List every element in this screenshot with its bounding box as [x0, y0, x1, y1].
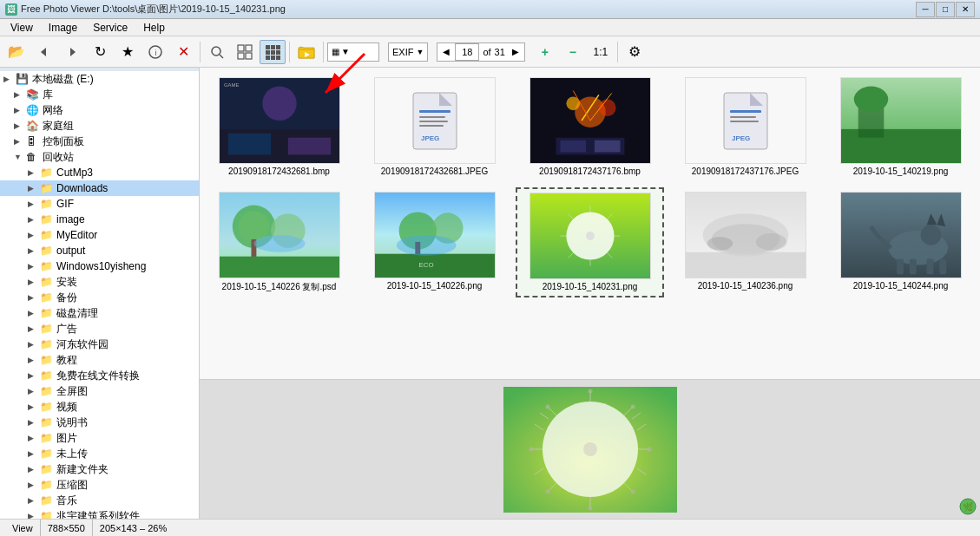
fit-button[interactable]: 1:1: [588, 40, 614, 64]
close-button[interactable]: ✕: [956, 2, 975, 17]
svg-rect-10: [276, 45, 280, 49]
thumbnail-item[interactable]: 2019-10-15_140244.png: [826, 187, 975, 297]
thumbnail-item[interactable]: JPEG 20190918172432681.JPEG: [360, 73, 509, 180]
page-number-input[interactable]: [455, 43, 479, 61]
sidebar-item-backup[interactable]: ▶ 📁 备份: [0, 290, 199, 305]
sidebar-label: 全屏图: [56, 384, 88, 399]
sidebar-item-manual[interactable]: ▶ 📁 说明书: [0, 415, 199, 430]
svg-point-114: [545, 404, 549, 409]
sidebar-item-unsent[interactable]: ▶ 📁 未上传: [0, 446, 199, 461]
sidebar-item-image[interactable]: ▶ 📁 image: [0, 212, 199, 227]
sidebar-item-downloads[interactable]: ▶ 📁 Downloads: [0, 180, 199, 196]
thumbnail-item[interactable]: 2019-10-15_140226 复制.psd: [205, 187, 353, 297]
thumbnail-item[interactable]: 2019-10-15_140219.png: [826, 73, 975, 180]
delete-button[interactable]: ✕: [170, 40, 196, 64]
sidebar-item-fullscreen[interactable]: ▶ 📁 全屏图: [0, 383, 199, 399]
sidebar-item-tutorial[interactable]: ▶ 📁 教程: [0, 352, 199, 368]
separator3: [323, 42, 324, 62]
thumbnail-item-selected[interactable]: 2019-10-15_140231.png: [516, 187, 664, 297]
view-combo[interactable]: ▦ ▼: [327, 42, 379, 62]
open-button[interactable]: 📂: [3, 40, 30, 64]
sidebar-item-homegroup[interactable]: ▶ 🏠 家庭组: [0, 118, 199, 134]
svg-point-52: [853, 87, 887, 113]
zoom-out-toolbar-button[interactable]: −: [560, 40, 586, 64]
back-button[interactable]: [31, 40, 57, 64]
page-next-button[interactable]: ▶: [509, 47, 523, 56]
sidebar-item-myeditor[interactable]: ▶ 📁 MyEditor: [0, 227, 199, 243]
forward-button[interactable]: [59, 40, 85, 64]
svg-point-59: [253, 235, 305, 252]
sidebar-label: 新建文件夹: [56, 462, 109, 477]
status-dimensions-section: 788×550: [41, 520, 93, 536]
settings-button[interactable]: ⚙: [622, 40, 648, 64]
select-all-button[interactable]: [232, 40, 258, 64]
sidebar-item-cutmp3[interactable]: ▶ 📁 CutMp3: [0, 165, 199, 180]
sidebar-item-disk-clean[interactable]: ▶ 📁 磁盘清理: [0, 305, 199, 321]
refresh-button[interactable]: ↻: [87, 40, 113, 64]
svg-rect-30: [419, 121, 448, 122]
sidebar-item-library[interactable]: ▶ 📚 库: [0, 87, 199, 102]
zoom-button[interactable]: [204, 40, 230, 64]
favorite-button[interactable]: ★: [115, 40, 141, 64]
thumbnail-item[interactable]: 20190918172437176.bmp: [516, 73, 664, 180]
sidebar-item-ads[interactable]: ▶ 📁 广告: [0, 321, 199, 337]
menu-help[interactable]: Help: [136, 20, 172, 36]
svg-rect-13: [276, 50, 280, 55]
sidebar-label: CutMp3: [56, 167, 93, 179]
thumbnail-item[interactable]: GAME 20190918172432681.bmp: [205, 73, 353, 180]
svg-point-115: [630, 404, 635, 409]
zoom-in-toolbar-button[interactable]: +: [532, 40, 558, 64]
sidebar-item-music[interactable]: ▶ 📁 音乐: [0, 493, 199, 508]
menu-image[interactable]: Image: [42, 20, 84, 36]
sidebar-item-gif[interactable]: ▶ 📁 GIF: [0, 196, 199, 212]
svg-rect-6: [238, 53, 244, 59]
separator1: [200, 42, 201, 62]
maximize-button[interactable]: □: [936, 2, 955, 17]
menu-service[interactable]: Service: [86, 20, 135, 36]
status-zoom: 205×143 – 26%: [100, 523, 167, 533]
menu-view[interactable]: View: [3, 20, 40, 36]
thumbnail-item[interactable]: 2019-10-15_140236.png: [671, 187, 819, 297]
sidebar-item-zhaoyujian[interactable]: ▶ 📁 兆宇建筑系列软件: [0, 508, 199, 519]
sidebar-label: 河东软件园: [56, 337, 109, 352]
svg-point-95: [583, 442, 597, 456]
thumbnail-box: [529, 77, 651, 164]
sidebar-item-drive-e[interactable]: ▶ 💾 本地磁盘 (E:): [0, 71, 199, 87]
sidebar-item-hedong[interactable]: ▶ 📁 河东软件园: [0, 337, 199, 352]
exif-button[interactable]: EXIF ▼: [388, 42, 428, 62]
thumbnail-box: [529, 193, 651, 279]
thumb-filename: 20190918172437176.JPEG: [692, 167, 799, 176]
sidebar-item-video[interactable]: ▶ 📁 视频: [0, 399, 199, 415]
grid-view-button[interactable]: [260, 40, 286, 64]
page-prev-button[interactable]: ◀: [439, 47, 453, 56]
svg-point-117: [630, 489, 635, 494]
svg-point-116: [545, 489, 549, 494]
sidebar-item-controlpanel[interactable]: ▶ 🎛 控制面板: [0, 134, 199, 149]
svg-rect-64: [375, 254, 495, 278]
sidebar-item-recycle[interactable]: ▼ 🗑 回收站: [0, 149, 199, 165]
thumbnail-item[interactable]: JPEG 20190918172437176.JPEG: [671, 73, 819, 180]
sidebar-item-network[interactable]: ▶ 🌐 网络: [0, 102, 199, 118]
svg-point-22: [262, 87, 296, 121]
sidebar-item-pictures[interactable]: ▶ 📁 图片: [0, 430, 199, 446]
app-icon: 🖼: [5, 3, 17, 16]
page-navigator: ◀ of 31 ▶: [437, 42, 524, 62]
svg-point-69: [586, 232, 595, 240]
info-button[interactable]: i: [142, 40, 168, 64]
folder-nav-button[interactable]: [293, 40, 319, 64]
page-total: 31: [495, 47, 507, 57]
sidebar-label: 广告: [56, 322, 77, 337]
sidebar-label: 回收站: [43, 150, 74, 165]
sidebar-label: 备份: [56, 291, 77, 305]
sidebar-item-output[interactable]: ▶ 📁 output: [0, 243, 199, 258]
sidebar-item-convert[interactable]: ▶ 📁 免费在线文件转换: [0, 368, 199, 383]
sidebar-item-newfolder[interactable]: ▶ 📁 新建文件夹: [0, 461, 199, 477]
thumbnail-item[interactable]: ECO 2019-10-15_140226.png: [360, 187, 509, 297]
sidebar-item-compress[interactable]: ▶ 📁 压缩图: [0, 477, 199, 493]
svg-point-65: [396, 235, 456, 256]
svg-rect-29: [419, 116, 445, 118]
sidebar-item-install[interactable]: ▶ 📁 安装: [0, 274, 199, 290]
svg-rect-8: [266, 45, 270, 49]
minimize-button[interactable]: ─: [916, 2, 935, 17]
sidebar-item-win10[interactable]: ▶ 📁 Windows10yisheng: [0, 258, 199, 274]
